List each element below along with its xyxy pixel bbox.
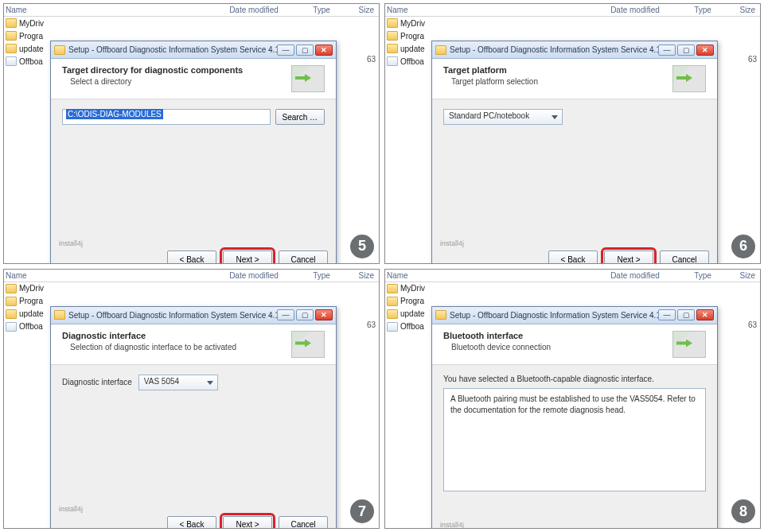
app-icon: [435, 45, 446, 55]
file-size-visible: 63: [367, 55, 376, 64]
setup-dialog: Setup - Offboard Diagnostic Information …: [50, 306, 337, 530]
list-item[interactable]: update: [387, 308, 425, 320]
titlebar[interactable]: Setup - Offboard Diagnostic Information …: [51, 41, 336, 59]
dialog-subheading: Select a directory: [62, 77, 291, 86]
explorer-column-headers: Name Date modified Type Size: [4, 270, 379, 282]
minimize-button[interactable]: —: [277, 309, 294, 320]
interface-label: Diagnostic interface: [62, 378, 132, 386]
cancel-button[interactable]: Cancel: [279, 250, 328, 264]
app-icon: [54, 45, 65, 55]
window-title: Setup - Offboard Diagnostic Information …: [68, 45, 277, 54]
list-item[interactable]: Progra: [387, 295, 425, 308]
col-type[interactable]: Type: [298, 6, 345, 14]
close-button[interactable]: ✕: [315, 309, 333, 320]
dialog-subheading: Target platform selection: [443, 77, 672, 86]
next-button[interactable]: Next >: [604, 250, 653, 264]
list-item[interactable]: Offboa: [6, 55, 44, 68]
cancel-button[interactable]: Cancel: [279, 516, 328, 530]
screenshot-panel-6: Name Date modified Type Size CARDIAG MyD…: [384, 3, 761, 264]
list-item[interactable]: Progra: [6, 295, 44, 308]
install4j-label: install4j: [59, 505, 328, 513]
close-button[interactable]: ✕: [696, 309, 714, 320]
dialog-heading: Bluetooth interface: [443, 331, 672, 340]
col-name[interactable]: Name: [6, 6, 210, 14]
list-item[interactable]: MyDriv: [6, 17, 44, 29]
folder-icon: [6, 44, 17, 53]
list-item[interactable]: MyDriv: [6, 282, 44, 295]
list-item[interactable]: Offboa: [387, 320, 425, 333]
step-badge: 7: [350, 499, 374, 523]
screenshot-panel-8: Name Date modified Type Size CARDIAG MyD…: [384, 269, 761, 530]
minimize-button[interactable]: —: [658, 45, 676, 56]
exe-icon: [387, 322, 398, 332]
list-item[interactable]: Offboa: [387, 55, 425, 68]
list-item[interactable]: update: [6, 308, 44, 320]
setup-dialog: Setup - Offboard Diagnostic Information …: [431, 41, 718, 264]
folder-icon: [6, 31, 17, 41]
folder-icon: [387, 18, 398, 28]
explorer-column-headers: Name Date modified Type Size: [4, 4, 379, 17]
list-item[interactable]: Progra: [6, 29, 44, 42]
dialog-heading: Diagnostic interface: [62, 331, 291, 340]
wizard-arrow-icon: [291, 331, 325, 358]
maximize-button[interactable]: ▢: [296, 309, 314, 320]
next-button[interactable]: Next >: [223, 250, 272, 264]
minimize-button[interactable]: —: [658, 309, 676, 320]
minimize-button[interactable]: —: [277, 45, 294, 56]
interface-select[interactable]: VAS 5054: [138, 375, 218, 390]
app-icon: [54, 310, 65, 320]
bluetooth-info-box: A Bluetooth pairing must be established …: [443, 388, 706, 491]
list-item[interactable]: update: [6, 42, 44, 55]
back-button[interactable]: < Back: [548, 250, 598, 264]
bluetooth-info-text: You have selected a Bluetooth-capable di…: [443, 375, 706, 383]
titlebar[interactable]: Setup - Offboard Diagnostic Information …: [432, 307, 717, 324]
back-button[interactable]: < Back: [167, 250, 216, 264]
folder-icon: [6, 309, 17, 319]
list-item[interactable]: Progra: [387, 29, 425, 42]
maximize-button[interactable]: ▢: [677, 309, 695, 320]
window-title: Setup - Offboard Diagnostic Information …: [68, 311, 277, 320]
search-button[interactable]: Search …: [275, 109, 325, 125]
folder-icon: [6, 297, 17, 306]
list-item[interactable]: update: [387, 42, 425, 55]
exe-icon: [6, 322, 17, 332]
folder-icon: [387, 309, 398, 319]
window-title: Setup - Offboard Diagnostic Information …: [450, 311, 658, 320]
col-date[interactable]: Date modified: [210, 6, 298, 14]
folder-icon: [387, 284, 398, 293]
dialog-heading: Target platform: [443, 65, 672, 75]
list-item[interactable]: Offboa: [6, 320, 44, 333]
dialog-subheading: Bluetooth device connection: [443, 343, 672, 351]
explorer-column-headers: Name Date modified Type Size: [385, 270, 760, 282]
wizard-arrow-icon: [672, 65, 706, 92]
explorer-column-headers: Name Date modified Type Size: [385, 4, 760, 17]
step-badge: 6: [731, 235, 755, 258]
titlebar[interactable]: Setup - Offboard Diagnostic Information …: [432, 41, 717, 59]
wizard-arrow-icon: [672, 331, 706, 358]
maximize-button[interactable]: ▢: [296, 45, 314, 56]
platform-select[interactable]: Standard PC/notebook: [443, 109, 563, 125]
next-button[interactable]: Next >: [223, 516, 272, 530]
folder-icon: [387, 44, 398, 53]
exe-icon: [387, 56, 398, 66]
col-size[interactable]: Size: [345, 6, 377, 14]
cancel-button[interactable]: Cancel: [660, 250, 709, 264]
directory-input[interactable]: C:\ODIS-DIAG-MODULES: [62, 109, 271, 125]
list-item[interactable]: MyDriv: [387, 17, 425, 29]
list-item[interactable]: MyDriv: [387, 282, 425, 295]
maximize-button[interactable]: ▢: [677, 45, 695, 56]
folder-icon: [387, 31, 398, 41]
close-button[interactable]: ✕: [315, 45, 333, 56]
titlebar[interactable]: Setup - Offboard Diagnostic Information …: [51, 307, 336, 324]
step-badge: 8: [731, 499, 755, 523]
folder-icon: [6, 18, 17, 28]
folder-icon: [387, 297, 398, 306]
screenshot-panel-7: Name Date modified Type Size CARDIAG MyD…: [3, 269, 380, 530]
setup-dialog: Setup - Offboard Diagnostic Information …: [431, 306, 718, 530]
back-button[interactable]: < Back: [167, 516, 216, 530]
dialog-subheading: Selection of diagnostic interface to be …: [62, 343, 291, 351]
folder-icon: [6, 284, 17, 293]
dialog-heading: Target directory for diagnostic componen…: [62, 65, 291, 75]
install4j-label: install4j: [440, 521, 709, 529]
close-button[interactable]: ✕: [696, 45, 714, 56]
